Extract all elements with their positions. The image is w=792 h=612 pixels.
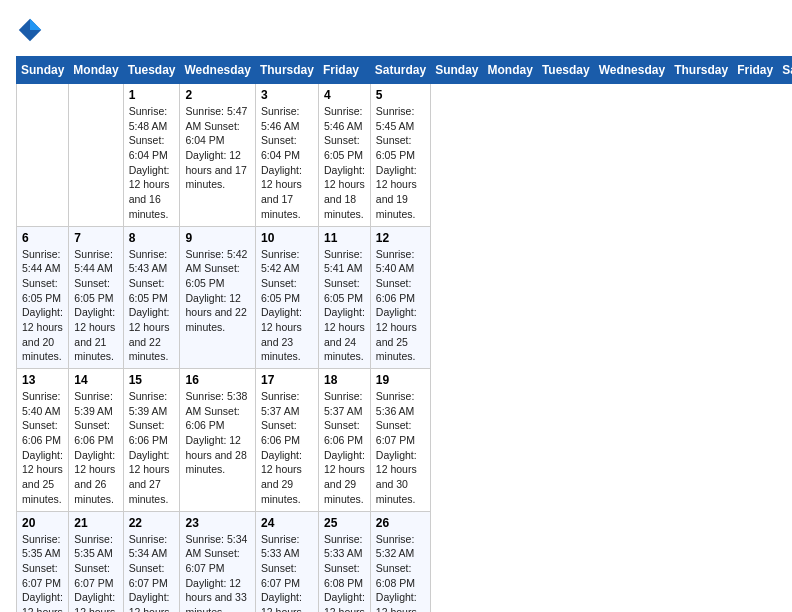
cell-detail: Sunrise: 5:40 AM Sunset: 6:06 PM Dayligh… bbox=[22, 389, 63, 507]
logo-icon bbox=[16, 16, 44, 44]
cell-detail: Sunrise: 5:40 AM Sunset: 6:06 PM Dayligh… bbox=[376, 247, 425, 365]
day-number: 19 bbox=[376, 373, 425, 387]
cell-detail: Sunrise: 5:33 AM Sunset: 6:08 PM Dayligh… bbox=[324, 532, 365, 613]
day-number: 7 bbox=[74, 231, 117, 245]
col-header-tuesday: Tuesday bbox=[537, 57, 594, 84]
day-number: 15 bbox=[129, 373, 175, 387]
cell-detail: Sunrise: 5:46 AM Sunset: 6:04 PM Dayligh… bbox=[261, 104, 313, 222]
calendar-cell: 7Sunrise: 5:44 AM Sunset: 6:05 PM Daylig… bbox=[69, 226, 123, 369]
header-sunday: Sunday bbox=[17, 57, 69, 84]
cell-detail: Sunrise: 5:33 AM Sunset: 6:07 PM Dayligh… bbox=[261, 532, 313, 613]
cell-detail: Sunrise: 5:38 AM Sunset: 6:06 PM Dayligh… bbox=[185, 389, 249, 477]
cell-detail: Sunrise: 5:37 AM Sunset: 6:06 PM Dayligh… bbox=[324, 389, 365, 507]
calendar-cell: 15Sunrise: 5:39 AM Sunset: 6:06 PM Dayli… bbox=[123, 369, 180, 512]
day-number: 12 bbox=[376, 231, 425, 245]
cell-detail: Sunrise: 5:35 AM Sunset: 6:07 PM Dayligh… bbox=[22, 532, 63, 613]
col-header-friday: Friday bbox=[733, 57, 778, 84]
col-header-monday: Monday bbox=[483, 57, 537, 84]
day-number: 26 bbox=[376, 516, 425, 530]
cell-detail: Sunrise: 5:36 AM Sunset: 6:07 PM Dayligh… bbox=[376, 389, 425, 507]
calendar-cell: 26Sunrise: 5:32 AM Sunset: 6:08 PM Dayli… bbox=[370, 511, 430, 612]
header-monday: Monday bbox=[69, 57, 123, 84]
day-number: 13 bbox=[22, 373, 63, 387]
calendar-cell: 12Sunrise: 5:40 AM Sunset: 6:06 PM Dayli… bbox=[370, 226, 430, 369]
header-wednesday: Wednesday bbox=[180, 57, 255, 84]
cell-detail: Sunrise: 5:42 AM Sunset: 6:05 PM Dayligh… bbox=[185, 247, 249, 335]
day-number: 4 bbox=[324, 88, 365, 102]
day-number: 8 bbox=[129, 231, 175, 245]
day-number: 2 bbox=[185, 88, 249, 102]
day-number: 5 bbox=[376, 88, 425, 102]
cell-detail: Sunrise: 5:39 AM Sunset: 6:06 PM Dayligh… bbox=[74, 389, 117, 507]
col-header-saturday: Saturday bbox=[778, 57, 792, 84]
cell-detail: Sunrise: 5:34 AM Sunset: 6:07 PM Dayligh… bbox=[129, 532, 175, 613]
day-number: 11 bbox=[324, 231, 365, 245]
cell-detail: Sunrise: 5:44 AM Sunset: 6:05 PM Dayligh… bbox=[22, 247, 63, 365]
calendar-cell bbox=[17, 84, 69, 227]
cell-detail: Sunrise: 5:42 AM Sunset: 6:05 PM Dayligh… bbox=[261, 247, 313, 365]
calendar-cell: 23Sunrise: 5:34 AM Sunset: 6:07 PM Dayli… bbox=[180, 511, 255, 612]
cell-detail: Sunrise: 5:35 AM Sunset: 6:07 PM Dayligh… bbox=[74, 532, 117, 613]
calendar-cell: 9Sunrise: 5:42 AM Sunset: 6:05 PM Daylig… bbox=[180, 226, 255, 369]
day-number: 23 bbox=[185, 516, 249, 530]
header-tuesday: Tuesday bbox=[123, 57, 180, 84]
logo bbox=[16, 16, 48, 44]
cell-detail: Sunrise: 5:47 AM Sunset: 6:04 PM Dayligh… bbox=[185, 104, 249, 192]
calendar-cell: 13Sunrise: 5:40 AM Sunset: 6:06 PM Dayli… bbox=[17, 369, 69, 512]
day-number: 6 bbox=[22, 231, 63, 245]
cell-detail: Sunrise: 5:37 AM Sunset: 6:06 PM Dayligh… bbox=[261, 389, 313, 507]
calendar-cell: 21Sunrise: 5:35 AM Sunset: 6:07 PM Dayli… bbox=[69, 511, 123, 612]
day-number: 10 bbox=[261, 231, 313, 245]
cell-detail: Sunrise: 5:34 AM Sunset: 6:07 PM Dayligh… bbox=[185, 532, 249, 613]
calendar-cell: 10Sunrise: 5:42 AM Sunset: 6:05 PM Dayli… bbox=[255, 226, 318, 369]
header-saturday: Saturday bbox=[370, 57, 430, 84]
cell-detail: Sunrise: 5:43 AM Sunset: 6:05 PM Dayligh… bbox=[129, 247, 175, 365]
calendar-cell bbox=[69, 84, 123, 227]
calendar-cell: 4Sunrise: 5:46 AM Sunset: 6:05 PM Daylig… bbox=[318, 84, 370, 227]
col-header-thursday: Thursday bbox=[670, 57, 733, 84]
day-number: 17 bbox=[261, 373, 313, 387]
calendar-cell: 8Sunrise: 5:43 AM Sunset: 6:05 PM Daylig… bbox=[123, 226, 180, 369]
day-number: 21 bbox=[74, 516, 117, 530]
cell-detail: Sunrise: 5:32 AM Sunset: 6:08 PM Dayligh… bbox=[376, 532, 425, 613]
calendar-cell: 16Sunrise: 5:38 AM Sunset: 6:06 PM Dayli… bbox=[180, 369, 255, 512]
cell-detail: Sunrise: 5:45 AM Sunset: 6:05 PM Dayligh… bbox=[376, 104, 425, 222]
svg-marker-1 bbox=[30, 19, 41, 30]
cell-detail: Sunrise: 5:44 AM Sunset: 6:05 PM Dayligh… bbox=[74, 247, 117, 365]
calendar-cell: 24Sunrise: 5:33 AM Sunset: 6:07 PM Dayli… bbox=[255, 511, 318, 612]
header-friday: Friday bbox=[318, 57, 370, 84]
calendar-cell: 17Sunrise: 5:37 AM Sunset: 6:06 PM Dayli… bbox=[255, 369, 318, 512]
calendar-week-2: 6Sunrise: 5:44 AM Sunset: 6:05 PM Daylig… bbox=[17, 226, 793, 369]
calendar-cell: 3Sunrise: 5:46 AM Sunset: 6:04 PM Daylig… bbox=[255, 84, 318, 227]
calendar-cell: 5Sunrise: 5:45 AM Sunset: 6:05 PM Daylig… bbox=[370, 84, 430, 227]
calendar-cell: 1Sunrise: 5:48 AM Sunset: 6:04 PM Daylig… bbox=[123, 84, 180, 227]
calendar-cell: 20Sunrise: 5:35 AM Sunset: 6:07 PM Dayli… bbox=[17, 511, 69, 612]
cell-detail: Sunrise: 5:46 AM Sunset: 6:05 PM Dayligh… bbox=[324, 104, 365, 222]
calendar-week-4: 20Sunrise: 5:35 AM Sunset: 6:07 PM Dayli… bbox=[17, 511, 793, 612]
col-header-wednesday: Wednesday bbox=[594, 57, 669, 84]
day-number: 9 bbox=[185, 231, 249, 245]
calendar-table: SundayMondayTuesdayWednesdayThursdayFrid… bbox=[16, 56, 792, 612]
calendar-cell: 11Sunrise: 5:41 AM Sunset: 6:05 PM Dayli… bbox=[318, 226, 370, 369]
day-number: 18 bbox=[324, 373, 365, 387]
cell-detail: Sunrise: 5:48 AM Sunset: 6:04 PM Dayligh… bbox=[129, 104, 175, 222]
day-number: 16 bbox=[185, 373, 249, 387]
day-number: 25 bbox=[324, 516, 365, 530]
col-header-sunday: Sunday bbox=[431, 57, 483, 84]
calendar-cell: 18Sunrise: 5:37 AM Sunset: 6:06 PM Dayli… bbox=[318, 369, 370, 512]
calendar-cell: 22Sunrise: 5:34 AM Sunset: 6:07 PM Dayli… bbox=[123, 511, 180, 612]
cell-detail: Sunrise: 5:39 AM Sunset: 6:06 PM Dayligh… bbox=[129, 389, 175, 507]
page-header bbox=[16, 16, 776, 44]
day-number: 22 bbox=[129, 516, 175, 530]
day-number: 1 bbox=[129, 88, 175, 102]
calendar-cell: 6Sunrise: 5:44 AM Sunset: 6:05 PM Daylig… bbox=[17, 226, 69, 369]
day-number: 3 bbox=[261, 88, 313, 102]
cell-detail: Sunrise: 5:41 AM Sunset: 6:05 PM Dayligh… bbox=[324, 247, 365, 365]
calendar-cell: 19Sunrise: 5:36 AM Sunset: 6:07 PM Dayli… bbox=[370, 369, 430, 512]
calendar-week-3: 13Sunrise: 5:40 AM Sunset: 6:06 PM Dayli… bbox=[17, 369, 793, 512]
day-number: 24 bbox=[261, 516, 313, 530]
day-number: 20 bbox=[22, 516, 63, 530]
calendar-cell: 14Sunrise: 5:39 AM Sunset: 6:06 PM Dayli… bbox=[69, 369, 123, 512]
day-number: 14 bbox=[74, 373, 117, 387]
calendar-cell: 25Sunrise: 5:33 AM Sunset: 6:08 PM Dayli… bbox=[318, 511, 370, 612]
